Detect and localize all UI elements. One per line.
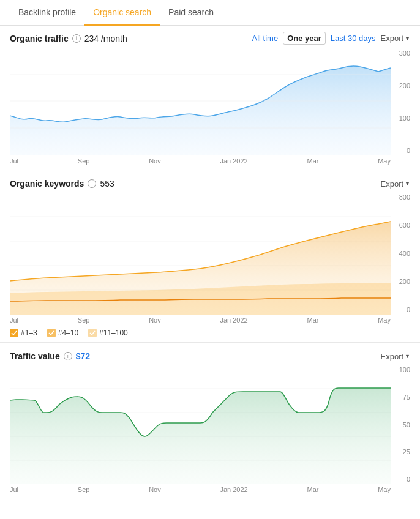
organic-traffic-info-icon[interactable]: i: [72, 34, 81, 43]
y-label-100: 100: [399, 114, 410, 122]
x-label-sep: Sep: [78, 157, 90, 165]
organic-traffic-section: Organic traffic i 234 /month All time On…: [0, 26, 420, 165]
traffic-value-amount: $72: [76, 351, 90, 361]
export-btn-keywords[interactable]: Export▼: [381, 179, 411, 189]
y-kw-800: 800: [399, 193, 410, 201]
y-label-200: 200: [399, 82, 410, 89]
export-btn-value[interactable]: Export▼: [381, 352, 411, 361]
time-btn-last30[interactable]: Last 30 days: [331, 34, 376, 43]
x-kw-jul: Jul: [10, 316, 18, 324]
time-btn-oneyear[interactable]: One year: [283, 32, 326, 45]
organic-traffic-chart: 300 200 100 0 Jul Sep Nov Jan 2022 Mar M…: [10, 48, 410, 165]
tab-bar: Backlink profile Organic search Paid sea…: [0, 0, 420, 26]
organic-keywords-chart: 800 600 400 200 0 Jul Sep Nov Jan 2022 M…: [10, 192, 410, 324]
x-tv-jul: Jul: [10, 486, 18, 493]
traffic-value-section: Traffic value i $72 Export▼: [0, 348, 420, 493]
tab-backlink[interactable]: Backlink profile: [10, 0, 84, 26]
x-label-jul: Jul: [10, 157, 18, 165]
y-label-0: 0: [407, 147, 410, 154]
x-tv-nov: Nov: [149, 486, 161, 493]
x-tv-sep: Sep: [78, 486, 90, 493]
x-label-mar: Mar: [307, 157, 318, 165]
traffic-value-chart: 100 75 50 25 0 Jul Sep Nov Jan 2022 Mar …: [10, 365, 410, 493]
y-label-300: 300: [399, 50, 410, 57]
organic-keywords-value: 553: [100, 179, 114, 189]
divider-2: [0, 342, 420, 343]
x-label-may: May: [378, 157, 391, 165]
traffic-value-title: Traffic value: [10, 351, 60, 361]
y-kw-400: 400: [399, 250, 410, 257]
y-tv-75: 75: [403, 394, 410, 401]
organic-keywords-title: Organic keywords: [10, 179, 84, 189]
organic-keywords-info-icon[interactable]: i: [88, 179, 96, 188]
y-kw-600: 600: [399, 222, 410, 229]
legend-label-11-100: #11–100: [99, 329, 128, 337]
x-tv-jan: Jan 2022: [220, 486, 247, 493]
organic-traffic-value: 234 /month: [84, 34, 127, 43]
time-btn-alltime[interactable]: All time: [252, 34, 279, 43]
x-kw-mar: Mar: [307, 316, 318, 324]
organic-keywords-section: Organic keywords i 553 Export▼: [0, 175, 420, 337]
y-kw-200: 200: [399, 278, 410, 285]
y-tv-0: 0: [407, 476, 410, 483]
x-kw-nov: Nov: [149, 316, 161, 324]
traffic-value-info-icon[interactable]: i: [64, 352, 72, 360]
legend-item-4-10[interactable]: #4–10: [47, 329, 78, 337]
x-kw-may: May: [378, 316, 391, 324]
export-btn-traffic[interactable]: Export▼: [381, 34, 411, 43]
legend-label-1-3: #1–3: [21, 329, 37, 337]
y-tv-50: 50: [403, 421, 410, 428]
legend-label-4-10: #4–10: [58, 329, 78, 337]
x-label-jan: Jan 2022: [220, 157, 247, 165]
divider-1: [0, 170, 420, 170]
x-tv-may: May: [378, 486, 391, 493]
tab-paid[interactable]: Paid search: [160, 0, 222, 26]
x-kw-sep: Sep: [78, 316, 90, 324]
x-tv-mar: Mar: [307, 486, 318, 493]
tab-organic[interactable]: Organic search: [84, 0, 160, 26]
y-tv-25: 25: [403, 448, 410, 455]
keywords-legend: #1–3 #4–10 #11–100: [10, 329, 410, 337]
x-kw-jan: Jan 2022: [220, 316, 247, 324]
legend-item-1-3[interactable]: #1–3: [10, 329, 37, 337]
x-label-nov: Nov: [149, 157, 161, 165]
y-tv-100: 100: [399, 366, 410, 373]
organic-traffic-title: Organic traffic: [10, 34, 69, 43]
y-kw-0: 0: [407, 306, 410, 313]
legend-item-11-100[interactable]: #11–100: [88, 329, 128, 337]
